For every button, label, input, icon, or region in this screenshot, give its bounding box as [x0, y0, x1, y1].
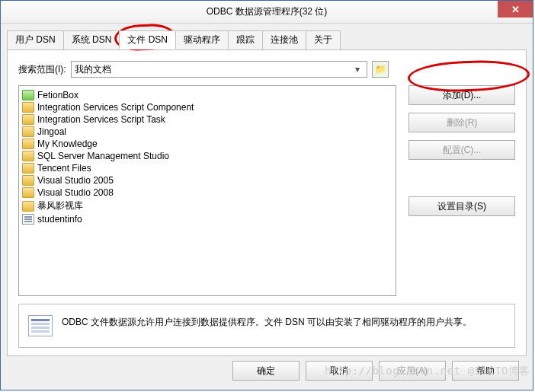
folder-icon — [22, 114, 34, 125]
list-item[interactable]: FetionBox — [21, 89, 394, 101]
list-item[interactable]: Jingoal — [21, 126, 394, 138]
tab-panel-file-dsn: 搜索范围(I): 我的文档 ▾ 📁 FetionBoxIntegration S… — [7, 49, 527, 356]
body-row: FetionBoxIntegration Services Script Com… — [18, 85, 515, 296]
search-label: 搜索范围(I): — [18, 63, 66, 76]
tab-2[interactable]: 文件 DSN — [119, 30, 176, 49]
folder-up-button[interactable]: 📁 — [372, 61, 389, 78]
folder-icon — [22, 175, 34, 186]
tab-strip: 用户 DSN系统 DSN文件 DSN驱动程序跟踪连接池关于 — [7, 30, 527, 50]
list-item[interactable]: Integration Services Script Component — [21, 101, 394, 113]
tab-4[interactable]: 跟踪 — [228, 30, 263, 49]
list-item-label: Visual Studio 2008 — [37, 187, 114, 198]
folder-icon — [22, 163, 34, 174]
chevron-down-icon: ▾ — [351, 64, 364, 75]
content-area: 用户 DSN系统 DSN文件 DSN驱动程序跟踪连接池关于 搜索范围(I): 我… — [1, 24, 533, 390]
list-item[interactable]: Visual Studio 2008 — [21, 186, 394, 199]
file-icon — [22, 214, 34, 225]
search-scope-combo[interactable]: 我的文档 ▾ — [71, 61, 367, 78]
list-item-label: My Knowledge — [37, 139, 98, 149]
close-button[interactable]: ✕ — [498, 1, 533, 18]
tab-5[interactable]: 连接池 — [262, 30, 306, 49]
configure-button[interactable]: 配置(C)... — [408, 140, 515, 160]
tab-6[interactable]: 关于 — [306, 30, 341, 49]
tab-0[interactable]: 用户 DSN — [7, 30, 64, 49]
list-item[interactable]: SQL Server Management Studio — [21, 150, 394, 162]
list-item[interactable]: My Knowledge — [21, 138, 394, 150]
folder-icon — [22, 126, 34, 137]
tab-3[interactable]: 驱动程序 — [175, 30, 229, 49]
list-item-label: Integration Services Script Component — [37, 102, 194, 113]
help-button[interactable]: 帮助 — [452, 361, 519, 381]
search-row: 搜索范围(I): 我的文档 ▾ 📁 — [18, 61, 515, 78]
folder-icon — [22, 102, 34, 113]
folder-icon — [22, 201, 34, 212]
remove-button[interactable]: 删除(R) — [408, 113, 515, 132]
dsn-list[interactable]: FetionBoxIntegration Services Script Com… — [18, 85, 396, 296]
list-item-label: Integration Services Script Task — [37, 114, 165, 125]
side-buttons: 添加(D)... 删除(R) 配置(C)... 设置目录(S) — [408, 85, 515, 296]
cancel-button[interactable]: 取消 — [306, 361, 373, 381]
add-button[interactable]: 添加(D)... — [408, 85, 515, 105]
ok-button[interactable]: 确定 — [232, 361, 300, 381]
list-item[interactable]: Tencent Files — [21, 162, 394, 174]
folder-icon — [22, 90, 34, 100]
tab-1[interactable]: 系统 DSN — [63, 30, 120, 49]
folder-icon — [22, 187, 34, 198]
apply-button[interactable]: 应用(A) — [379, 361, 446, 381]
info-text: ODBC 文件数据源允许用户连接到数据提供程序。文件 DSN 可以由安装了相同驱… — [62, 315, 472, 329]
list-item-label: FetionBox — [37, 90, 78, 100]
datasource-icon — [28, 315, 53, 336]
list-item[interactable]: Visual Studio 2005 — [21, 174, 394, 186]
list-item-label: studentinfo — [37, 214, 82, 225]
odbc-admin-window: ODBC 数据源管理程序(32 位) ✕ 用户 DSN系统 DSN文件 DSN驱… — [0, 0, 533, 390]
list-item-label: 暴风影视库 — [37, 199, 83, 212]
dialog-button-row: 确定 取消 应用(A) 帮助 — [7, 356, 527, 385]
list-item-label: Jingoal — [37, 126, 66, 137]
info-box: ODBC 文件数据源允许用户连接到数据提供程序。文件 DSN 可以由安装了相同驱… — [18, 304, 515, 348]
list-item[interactable]: Integration Services Script Task — [21, 113, 394, 126]
titlebar: ODBC 数据源管理程序(32 位) ✕ — [1, 1, 533, 24]
window-title: ODBC 数据源管理程序(32 位) — [207, 5, 328, 18]
folder-icon — [22, 151, 34, 161]
list-item[interactable]: studentinfo — [21, 213, 394, 225]
search-scope-value: 我的文档 — [75, 63, 111, 76]
set-directory-button[interactable]: 设置目录(S) — [408, 196, 515, 216]
list-item-label: SQL Server Management Studio — [37, 151, 169, 161]
list-item-label: Tencent Files — [37, 163, 91, 174]
list-item-label: Visual Studio 2005 — [37, 175, 114, 186]
folder-icon — [22, 139, 34, 149]
folder-up-icon: 📁 — [375, 64, 386, 75]
list-item[interactable]: 暴风影视库 — [21, 199, 394, 213]
